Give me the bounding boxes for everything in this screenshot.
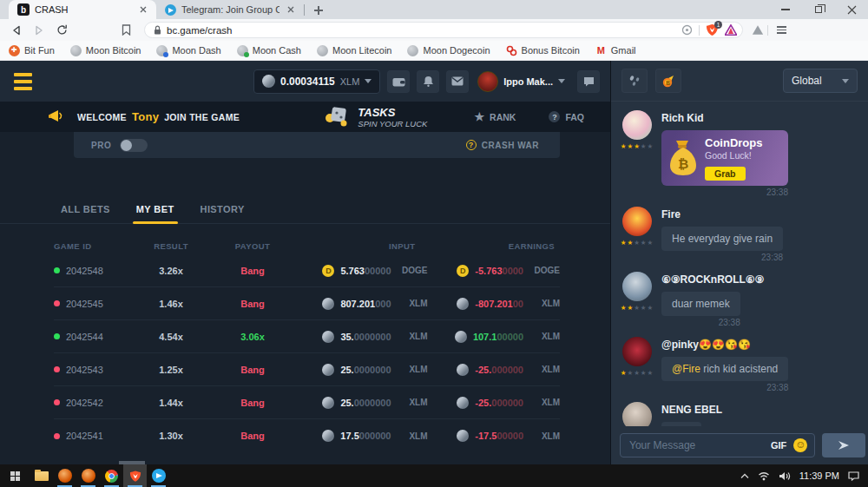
earnings-amount: D-5.7630000 (428, 265, 524, 277)
rain-button[interactable] (621, 69, 648, 93)
pro-toggle[interactable] (120, 139, 148, 152)
tab-all-bets[interactable]: ALL BETS (61, 204, 110, 214)
minimize-button[interactable] (769, 0, 802, 19)
chat-input-bar: GIF ☺ (611, 426, 868, 464)
plus-icon (314, 6, 323, 15)
table-row[interactable]: 2042543 1.25x Bang 25.0000000 XLM -25.00… (54, 353, 560, 386)
table-row[interactable]: 2042548 3.26x Bang D5.76300000 DOGE D-5.… (54, 254, 560, 287)
notifications-button[interactable] (417, 70, 439, 93)
tab-history[interactable]: HISTORY (201, 204, 245, 214)
taskbar-app-2[interactable] (76, 464, 100, 487)
bookmark-bitfun[interactable]: Bit Fun (9, 45, 55, 56)
tab-close-icon[interactable] (285, 3, 297, 16)
avatar[interactable] (622, 402, 652, 426)
bookmark-moon-litecoin[interactable]: Moon Litecoin (317, 45, 392, 56)
bookmark-moon-dash[interactable]: Moon Dash (156, 45, 220, 56)
chat-username[interactable]: ⑥⑨ROCKnROLL⑥⑨ (661, 273, 858, 286)
earnings-amount: -25.000000 (428, 364, 524, 376)
user-avatar[interactable] (477, 71, 498, 92)
payout-value: Bang (210, 398, 295, 408)
rain-icon (628, 75, 641, 87)
mention[interactable]: @Fire (672, 363, 700, 375)
brave-shield-button[interactable]: 1 (706, 23, 719, 36)
moon-dash-icon (156, 45, 168, 56)
taskbar-app-1[interactable] (53, 464, 76, 487)
forward-button[interactable] (30, 22, 49, 39)
notification-center-icon[interactable] (848, 471, 859, 481)
wallet-button[interactable] (387, 70, 410, 93)
bookmark-bonus-bitcoin[interactable]: Bonus Bitcoin (506, 45, 580, 56)
clock[interactable]: 11:39 PM (799, 471, 839, 481)
taskbar-chrome[interactable] (100, 464, 123, 487)
user-rating: ★★★★★ (621, 142, 654, 150)
reload-button[interactable] (52, 22, 71, 39)
balance-selector[interactable]: 0.00034115 XLM (253, 69, 380, 94)
taskbar-file-explorer[interactable] (30, 464, 53, 487)
input-unit: XLM (391, 332, 428, 341)
bookmark-button[interactable] (116, 22, 135, 39)
channel-select[interactable]: Global (783, 69, 858, 93)
result-value: 4.54x (132, 332, 210, 342)
table-row[interactable]: 2042545 1.46x Bang 807.201000 XLM -807.2… (54, 287, 560, 320)
close-button[interactable] (835, 0, 868, 19)
start-button[interactable] (0, 464, 30, 487)
wifi-icon[interactable] (758, 471, 770, 481)
chrome-icon (105, 470, 118, 483)
tab-close-icon[interactable] (137, 3, 149, 16)
address-bar[interactable]: bc.game/crash 1 (144, 22, 743, 38)
taskbar-telegram[interactable] (147, 464, 170, 487)
restore-icon (815, 6, 822, 13)
grab-button[interactable]: Grab (705, 167, 746, 181)
message-input[interactable] (629, 439, 764, 451)
message-bubble: He everyday give rain (661, 227, 783, 251)
bookmark-moon-dogecoin[interactable]: Moon Dogecoin (407, 45, 490, 56)
table-row[interactable]: 2042542 1.44x Bang 25.0000000 XLM -25.00… (54, 386, 560, 419)
chat-username[interactable]: NENG EBEL (661, 404, 858, 416)
maximize-button[interactable] (802, 0, 835, 19)
chat-username[interactable]: Fire (661, 208, 858, 220)
gif-button[interactable]: GIF (771, 440, 786, 451)
bookmark-gmail[interactable]: MGmail (595, 45, 636, 56)
payout-value: Bang (210, 365, 295, 375)
username[interactable]: Ippo Mak... (503, 76, 553, 87)
bet-tabs: ALL BETS MY BET HISTORY (0, 195, 610, 224)
tab-my-bet[interactable]: MY BET (136, 204, 174, 214)
bookmark-moon-bitcoin[interactable]: Moon Bitcoin (70, 45, 141, 56)
input-amount: 807.201000 (295, 298, 391, 310)
bookmark-moon-cash[interactable]: Moon Cash (237, 45, 301, 56)
avatar[interactable] (622, 272, 652, 301)
send-button[interactable] (822, 433, 865, 457)
rank-link[interactable]: ★ RANK (474, 110, 516, 123)
extension-icon[interactable] (752, 24, 764, 36)
avatar[interactable] (622, 337, 652, 366)
table-row[interactable]: 2042541 1.30x Bang 17.5000000 XLM -17.50… (54, 419, 560, 452)
avatar[interactable] (622, 110, 652, 140)
coindrop-button[interactable]: B (655, 69, 681, 93)
faq-link[interactable]: ? FAQ (549, 111, 584, 122)
chat-input-box[interactable]: GIF ☺ (620, 433, 815, 457)
earnings-amount: 107.100000 (428, 331, 524, 343)
input-unit: DOGE (391, 266, 428, 275)
site-menu-icon[interactable] (14, 73, 32, 90)
chat-toggle-button[interactable] (577, 70, 600, 93)
avatar[interactable] (622, 207, 652, 236)
brave-rewards-icon[interactable] (725, 24, 737, 36)
new-tab-button[interactable] (308, 3, 329, 18)
tab-telegram[interactable]: Telegram: Join Group Chat (156, 0, 304, 19)
chat-username[interactable]: @pinky😍😍😘😘 (661, 339, 858, 351)
tab-crash[interactable]: b CRASH (9, 0, 156, 19)
send-tab-icon[interactable] (681, 24, 693, 36)
crash-war-link[interactable]: ? CRASH WAR (466, 140, 539, 150)
taskbar-brave[interactable] (123, 464, 147, 487)
xlm-coin-icon (322, 298, 334, 310)
back-button[interactable] (7, 22, 26, 39)
messages-button[interactable] (446, 70, 469, 93)
browser-menu-button[interactable] (772, 22, 791, 39)
tasks-link[interactable]: TASKS SPIN YOUR LUCK (325, 106, 427, 128)
chat-username[interactable]: Rich Kid (661, 112, 858, 124)
bookmark-label: Gmail (611, 45, 636, 56)
emoji-button[interactable]: ☺ (793, 438, 807, 452)
tray-expand-icon[interactable] (740, 471, 749, 481)
volume-icon[interactable] (779, 471, 791, 481)
table-row[interactable]: 2042544 4.54x 3.06x 35.0000000 XLM 107.1… (54, 320, 560, 353)
